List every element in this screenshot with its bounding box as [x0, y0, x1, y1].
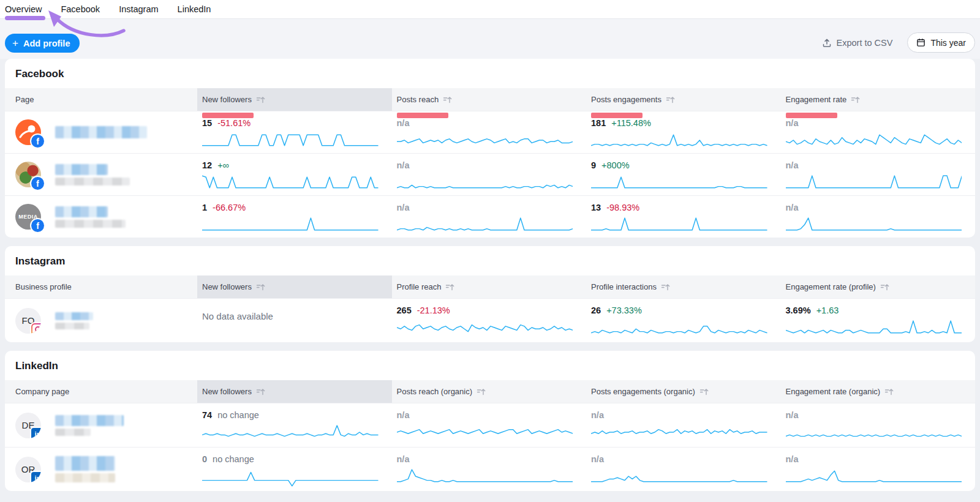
column-header-label: Posts reach (organic) [397, 387, 473, 396]
instagram-section: Instagram Business profile New followers… [5, 246, 975, 342]
metric-delta: no change [213, 454, 254, 464]
profile-name [55, 415, 124, 436]
redacted-name [55, 206, 108, 217]
metric-value: n/a [397, 454, 410, 464]
metric-cell: 1-66.67% [197, 196, 392, 238]
metric-delta: +∞ [217, 160, 229, 170]
profile-name [55, 126, 147, 138]
metric-value: 9 [591, 160, 596, 170]
metric-cell: 26+73.33% [586, 299, 781, 342]
redacted-name [55, 164, 108, 175]
linkedin-badge-icon: in [31, 428, 41, 438]
metric-value: n/a [397, 118, 410, 128]
add-profile-button[interactable]: + Add profile [5, 34, 80, 53]
redacted-subtitle [55, 220, 126, 228]
instagram-badge-icon [31, 323, 41, 334]
sparkline-chart [397, 174, 573, 193]
sort-icon [851, 96, 860, 103]
profile-cell[interactable]: MEDIA f [5, 196, 197, 238]
facebook-section: Facebook Page New followers Posts reach … [5, 59, 975, 238]
metric-delta: +73.33% [606, 305, 642, 315]
date-range-button[interactable]: This year [907, 32, 975, 53]
redacted-name [55, 312, 93, 320]
sparkline-chart [591, 132, 767, 151]
sort-icon [884, 388, 894, 395]
metric-value: 3.69% [786, 305, 811, 315]
annotation-underline [5, 16, 45, 20]
plus-icon: + [12, 38, 18, 48]
redacted-name [55, 456, 115, 471]
profile-cell[interactable]: DE in [5, 403, 197, 447]
sparkline-chart [397, 319, 573, 338]
avatar: f [15, 162, 41, 187]
column-header-new-followers[interactable]: New followers [197, 88, 392, 111]
linkedin-badge-icon: in [31, 472, 41, 482]
redaction-bar [397, 113, 448, 118]
metric-cell: n/a [392, 196, 587, 238]
tab-facebook[interactable]: Facebook [61, 4, 100, 14]
table-row: OR in 0no change n/a n/a n/a [5, 447, 975, 491]
sort-icon [256, 96, 265, 103]
redacted-subtitle [55, 178, 130, 185]
column-header-posts-engagements[interactable]: Posts engagements [586, 88, 781, 111]
tab-linkedin[interactable]: LinkedIn [178, 4, 211, 14]
column-header-label: Posts engagements [591, 95, 662, 104]
sort-icon [880, 283, 889, 291]
metric-value: 1 [202, 203, 207, 212]
metric-delta: -98.93% [606, 203, 639, 212]
column-header-posts-reach-organic[interactable]: Posts reach (organic) [392, 380, 587, 403]
metric-value: 15 [202, 118, 212, 128]
redacted-name [55, 415, 124, 426]
sort-icon [477, 388, 486, 395]
metric-cell: n/a [781, 403, 976, 447]
sort-icon [666, 96, 675, 103]
redacted-subtitle [55, 429, 91, 436]
column-header-profile-interactions[interactable]: Profile interactions [586, 275, 781, 298]
sort-icon [661, 283, 670, 291]
metric-cell: n/a [781, 196, 976, 238]
sparkline-chart [202, 424, 379, 443]
column-header-engagement-rate[interactable]: Engagement rate [781, 88, 976, 111]
metric-cell: No data available [197, 299, 392, 342]
metric-value: 26 [591, 305, 601, 315]
sparkline-chart [202, 132, 379, 151]
column-header-engagement-rate-organic[interactable]: Engagement rate (organic) [781, 380, 976, 403]
profile-cell[interactable]: OR in [5, 448, 197, 491]
tab-overview[interactable]: Overview [5, 4, 42, 14]
linkedin-section: LinkedIn Company page New followers Post… [5, 351, 975, 491]
export-label: Export to CSV [837, 38, 893, 48]
profile-cell[interactable]: f [5, 154, 197, 195]
column-header-new-followers[interactable]: New followers [197, 275, 392, 298]
profile-cell[interactable]: f [5, 111, 197, 153]
tab-instagram[interactable]: Instagram [119, 4, 158, 14]
date-range-label: This year [930, 38, 966, 48]
profile-cell[interactable]: FO [5, 299, 197, 342]
table-row: DE in 74no change n/a n/a n/a [5, 403, 975, 447]
metric-cell: n/a [392, 403, 587, 447]
column-header-label: Posts reach [397, 95, 439, 104]
metric-value: n/a [786, 160, 799, 170]
table-row: MEDIA f 1-66.67% n/a 13-98.93% n/a [5, 195, 975, 238]
column-header-posts-reach[interactable]: Posts reach [392, 88, 587, 111]
column-header-profile-reach[interactable]: Profile reach [392, 275, 587, 298]
sparkline-chart [397, 468, 573, 487]
column-header-label: New followers [202, 387, 252, 396]
section-title: Instagram [5, 246, 975, 275]
metric-value: 265 [397, 305, 412, 315]
sparkline-chart [397, 424, 573, 443]
metric-value: 74 [202, 410, 212, 420]
metric-cell: 15-51.61% [197, 111, 392, 153]
sparkline-chart [591, 216, 767, 235]
avatar: DE in [15, 413, 41, 438]
metric-cell: n/a [586, 403, 781, 447]
column-header-new-followers[interactable]: New followers [197, 380, 392, 403]
profile-name [55, 164, 130, 185]
metric-cell: n/a [392, 111, 587, 153]
export-to-csv-button[interactable]: Export to CSV [822, 38, 893, 48]
column-header-label: Profile reach [397, 282, 442, 291]
metric-delta: -51.61% [217, 118, 251, 128]
column-header-engagement-rate-profile[interactable]: Engagement rate (profile) [781, 275, 976, 298]
avatar-text: MEDIA [18, 214, 38, 220]
avatar: FO [15, 308, 41, 334]
column-header-posts-engagements-organic[interactable]: Posts engagements (organic) [586, 380, 781, 403]
